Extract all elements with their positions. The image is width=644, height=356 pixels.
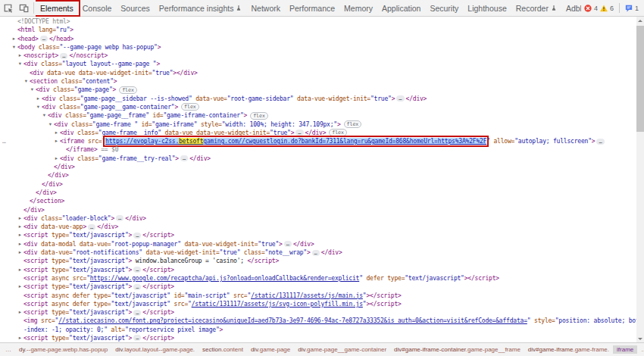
tab-network[interactable]: Network [246, 0, 285, 17]
dom-tree-line[interactable]: ▾<div class="game-frame " id="game-ifram… [0, 120, 636, 129]
dom-tree-line[interactable]: ▸<div class="game-page__sidebar --is-sho… [0, 95, 636, 103]
tab-elements[interactable]: Elements [36, 0, 78, 17]
expand-arrow-icon[interactable]: ▸ [17, 283, 23, 291]
expand-arrow-icon[interactable]: ▸ [17, 240, 23, 248]
inline-expand-button[interactable]: … [133, 335, 141, 341]
dom-tree-line[interactable]: ▸<noscript>…</noscript> [0, 52, 636, 60]
expand-arrow-icon[interactable]: ▸ [35, 95, 42, 103]
breadcrumb-item[interactable]: section.content [199, 345, 247, 354]
inline-expand-button[interactable]: … [396, 95, 404, 101]
dom-tree-line[interactable]: ▸<script type="text/javascript">…</scrip… [0, 266, 636, 274]
attribute-link[interactable]: /static/131117/assets/js/main.js [251, 292, 363, 299]
dom-tree-line[interactable]: ▾<div class="game-page">flex [0, 86, 636, 94]
flex-badge[interactable]: flex [119, 86, 137, 94]
error-icon[interactable] [584, 5, 592, 12]
tab-application[interactable]: Application [377, 0, 425, 17]
inline-expand-button[interactable]: … [295, 130, 303, 136]
breadcrumb-item[interactable]: div.game-page__game-container [294, 345, 390, 354]
expand-arrow-icon[interactable]: ▸ [17, 308, 23, 317]
dom-tree-line[interactable]: <!DOCTYPE html> [0, 17, 636, 26]
breadcrumb-item[interactable]: div.layout.layout--game-page. [111, 345, 199, 354]
collapse-arrow-icon[interactable]: ▾ [41, 111, 48, 120]
tab-recorder[interactable]: Recorder [511, 0, 561, 17]
attribute-link[interactable]: /static/131117/assets/js/svg-icon-polyfi… [192, 301, 363, 308]
dom-tree-line[interactable]: </div> [0, 206, 636, 214]
attribute-link[interactable]: https://www.google.com/recaptcha/api.js?… [90, 275, 359, 282]
dom-tree-line[interactable]: ▸<div data-modal data-vue="root-popup-ma… [0, 240, 636, 248]
dom-tree-line[interactable]: </div> [0, 171, 636, 180]
collapse-arrow-icon[interactable]: ▾ [35, 103, 42, 111]
attribute-link[interactable]: gaming.com//cwguestlogin.do?bankId=7311&… [203, 138, 486, 145]
breadcrumb-item[interactable]: dy.--game-page.webp.has-popup [15, 345, 111, 354]
expand-arrow-icon[interactable]: ▸ [53, 155, 60, 163]
inline-expand-button[interactable]: … [133, 284, 141, 290]
dom-tree-line[interactable]: ▾<section class="content"> [0, 77, 636, 86]
collapse-arrow-icon[interactable]: ▾ [23, 77, 30, 86]
dom-tree-line[interactable]: <div data-vue data-vue-widget-init="true… [0, 69, 636, 77]
dom-tree-line[interactable]: ▸<head>…</head> [0, 35, 636, 43]
inline-expand-button[interactable]: … [133, 233, 141, 239]
flex-badge[interactable]: flex [329, 129, 347, 136]
dom-tree-line[interactable]: ▸<div data-vue-app>…</div> [0, 223, 636, 231]
inline-expand-button[interactable]: … [88, 224, 95, 230]
dom-tree-line[interactable]: ▸<div class="game-frame__info" data-vue … [0, 129, 636, 137]
dom-tree-line[interactable]: </div> [0, 163, 636, 171]
tab-lighthouse[interactable]: Lighthouse [463, 0, 511, 17]
inline-expand-button[interactable]: … [116, 215, 123, 221]
row-menu-dots-icon[interactable]: … [2, 137, 6, 145]
breadcrumb-item[interactable]: div.game-page [247, 345, 294, 354]
expand-arrow-icon[interactable]: ▸ [17, 223, 23, 231]
dom-tree-line[interactable]: </div> [0, 189, 636, 197]
dom-tree-line[interactable]: -index: -1; opacity: 0;" alt="reportserv… [0, 326, 636, 334]
dom-tree-line[interactable]: ▾<div class="game-page__game-container">… [0, 103, 636, 111]
collapse-arrow-icon[interactable]: ▾ [11, 43, 17, 52]
flex-badge[interactable]: flex [181, 103, 199, 111]
inline-expand-button[interactable]: … [133, 267, 141, 273]
dom-tree-line[interactable]: ▾<div class="game-page__frame" id="game-… [0, 111, 636, 120]
vertical-scrollbar[interactable] [636, 17, 644, 342]
inline-expand-button[interactable]: … [312, 250, 320, 256]
dom-tree-line[interactable]: ▸<script type="text/javascript">…</scrip… [0, 334, 636, 342]
scroll-up-arrow-icon[interactable] [636, 17, 644, 24]
attribute-link[interactable]: betsoft [179, 138, 203, 145]
inline-expand-button[interactable]: … [133, 310, 141, 316]
attribute-link[interactable]: //stat.icecasino.com/font.png?project=ic… [58, 317, 527, 324]
inline-expand-button[interactable]: … [180, 155, 188, 161]
warning-count[interactable]: 6 [610, 5, 614, 12]
breadcrumb-item[interactable]: … [2, 345, 15, 354]
tab-memory[interactable]: Memory [339, 0, 377, 17]
expand-arrow-icon[interactable]: ▸ [17, 231, 23, 239]
dom-tree-line[interactable]: <script async defer type="text/javascrip… [0, 292, 636, 300]
inline-expand-button[interactable]: … [284, 241, 292, 247]
message-count[interactable]: 1 [635, 5, 639, 12]
expand-arrow-icon[interactable]: ▸ [17, 52, 23, 60]
messages-icon[interactable] [625, 5, 633, 12]
scroll-down-arrow-icon[interactable] [636, 335, 644, 342]
expand-arrow-icon[interactable]: ▸ [17, 334, 23, 342]
inspect-element-icon[interactable] [0, 0, 16, 16]
dom-tree-line[interactable]: …▸<iframe src="https://evoplay-c2ss.bets… [0, 137, 636, 145]
tab-performance[interactable]: Performance [285, 0, 339, 17]
inline-expand-button[interactable]: … [60, 53, 67, 59]
dom-tree-line[interactable]: </div> [0, 180, 636, 189]
inline-expand-button[interactable]: … [596, 139, 604, 145]
breadcrumb-item[interactable]: div#game-iframe-container.game-page__fra… [390, 345, 524, 354]
error-count[interactable]: 4 [594, 5, 598, 12]
expand-arrow-icon[interactable]: ▸ [17, 266, 23, 274]
flex-badge[interactable]: flex [250, 112, 268, 120]
dom-tree-line[interactable]: <script async defer type="text/javascrip… [0, 300, 636, 308]
tab-adblock-plus[interactable]: Adblock Plus [561, 0, 581, 17]
dom-tree-line[interactable]: <script async src="https://www.google.co… [0, 274, 636, 283]
collapse-arrow-icon[interactable]: ▾ [47, 120, 54, 129]
expand-arrow-icon[interactable]: ▸ [17, 214, 23, 223]
collapse-arrow-icon[interactable]: ▾ [17, 60, 23, 68]
tab-security[interactable]: Security [425, 0, 463, 17]
collapse-arrow-icon[interactable]: ▾ [29, 86, 36, 94]
dom-tree-line[interactable]: ▾<body class="--game-page webp has-popup… [0, 43, 636, 52]
dom-tree-line[interactable]: <img src="//stat.icecasino.com/font.png?… [0, 317, 636, 325]
dom-tree-line[interactable]: ▸<div class="loader-block">…</div> [0, 214, 636, 223]
dom-tree-line[interactable]: <script type="text/javascript"> window.b… [0, 257, 636, 265]
tab-console[interactable]: Console [78, 0, 117, 17]
dom-tree-line[interactable]: ▾<div class="layout layout--game-page "> [0, 60, 636, 68]
tab-performance-insights[interactable]: Performance insights [155, 0, 247, 17]
